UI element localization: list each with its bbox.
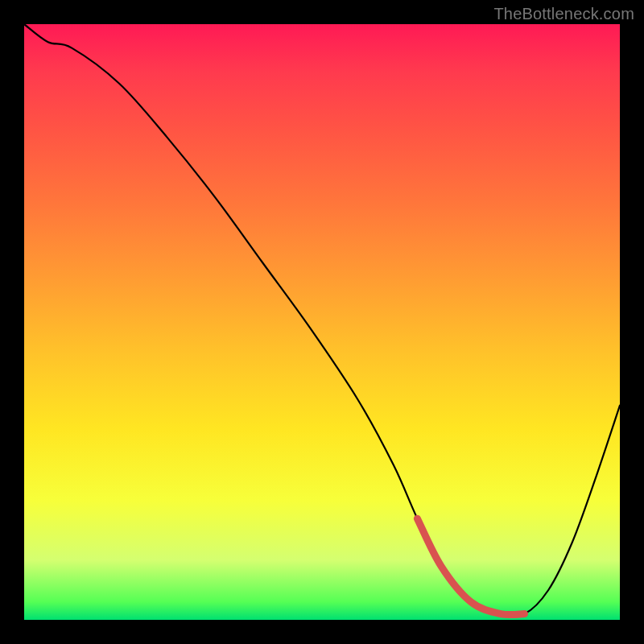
plot-area <box>24 24 620 620</box>
chart-frame: TheBottleneck.com <box>0 0 644 644</box>
curve-layer <box>24 24 620 620</box>
watermark-text: TheBottleneck.com <box>493 5 634 23</box>
bottleneck-curve <box>24 24 620 616</box>
optimal-range-marker <box>417 518 524 614</box>
